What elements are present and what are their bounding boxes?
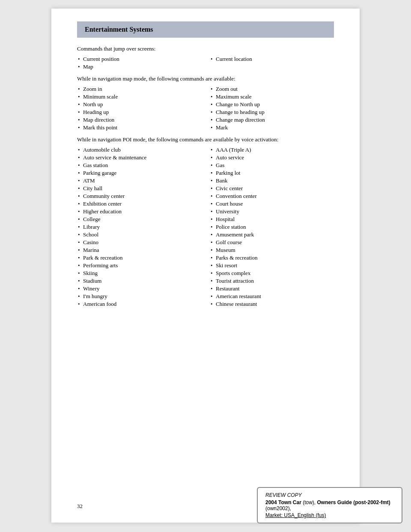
list-item: Auto service & maintenance	[77, 154, 201, 161]
footer-model: 2004 Town Car (tow), Owners Guide (post-…	[265, 499, 394, 511]
jump-col1: Current positionMap	[77, 56, 201, 71]
list-item: Parking garage	[77, 170, 201, 176]
list-item: Auto service	[210, 154, 334, 161]
list-item: University	[210, 208, 334, 215]
list-item: Court house	[210, 200, 334, 207]
list-item: Golf course	[210, 239, 334, 246]
list-item: Community center	[77, 193, 201, 200]
list-item: Sports complex	[210, 270, 334, 277]
list-item: Exhibition center	[77, 200, 201, 207]
list-item: Museum	[210, 247, 334, 254]
page-wrapper: Entertainment Systems Commands that jump…	[51, 9, 360, 523]
list-item: Parking lot	[210, 170, 334, 176]
footer-market: Market: USA_English (fus)	[265, 512, 394, 518]
list-item: Performing arts	[77, 262, 201, 269]
list-item: Change to North up	[210, 101, 334, 108]
list-item: City hall	[77, 185, 201, 192]
nav-map-intro: While in navigation map mode, the follow…	[77, 75, 334, 82]
page-number: 32	[77, 503, 83, 510]
list-item: Restaurant	[210, 285, 334, 292]
list-item: Zoom in	[77, 86, 201, 93]
list-item: Casino	[77, 239, 201, 246]
list-item: Chinese restaurant	[210, 301, 334, 308]
list-item: Library	[77, 224, 201, 230]
footer-review: REVIEW COPY	[265, 492, 394, 498]
footer-box: REVIEW COPY 2004 Town Car (tow), Owners …	[257, 487, 402, 523]
list-item: Minimum scale	[77, 93, 201, 100]
nav-map-list: Zoom inMinimum scaleNorth upHeading upMa…	[77, 86, 334, 132]
list-item: American food	[77, 301, 201, 308]
nav-poi-col1: Automobile clubAuto service & maintenanc…	[77, 146, 201, 308]
list-item: Marina	[77, 247, 201, 254]
list-item: Police station	[210, 224, 334, 230]
list-item: Skiing	[77, 270, 201, 277]
list-item: ATM	[77, 177, 201, 184]
list-item: Maximum scale	[210, 93, 334, 100]
nav-poi-list: Automobile clubAuto service & maintenanc…	[77, 146, 334, 308]
nav-map-col1: Zoom inMinimum scaleNorth upHeading upMa…	[77, 86, 201, 132]
list-item: Amusement park	[210, 231, 334, 238]
list-item: Map	[77, 63, 201, 70]
list-item: Mark this point	[77, 124, 201, 131]
header-banner: Entertainment Systems	[77, 21, 334, 38]
list-item: Park & recreation	[77, 254, 201, 261]
list-item: Heading up	[77, 109, 201, 116]
list-item: School	[77, 231, 201, 238]
jump-col2: Current location	[210, 56, 334, 71]
page-title: Entertainment Systems	[85, 26, 326, 33]
list-item: Gas station	[77, 162, 201, 169]
list-item: Map direction	[77, 117, 201, 123]
list-item: Current location	[210, 56, 334, 63]
list-item: American restaurant	[210, 293, 334, 300]
list-item: Change to heading up	[210, 109, 334, 116]
footer-model-bold: 2004 Town Car	[265, 499, 301, 505]
list-item: Civic center	[210, 185, 334, 192]
footer-own: (own2002),	[265, 505, 291, 511]
list-item: Automobile club	[77, 146, 201, 153]
list-item: Current position	[77, 56, 201, 63]
list-item: Higher education	[77, 208, 201, 215]
list-item: Winery	[77, 285, 201, 292]
jump-commands-list: Current positionMap Current location	[77, 56, 334, 71]
list-item: Mark	[210, 124, 334, 131]
list-item: Bank	[210, 177, 334, 184]
list-item: Parks & recreation	[210, 254, 334, 261]
nav-poi-col2: AAA (Triple A)Auto serviceGasParking lot…	[210, 146, 334, 308]
list-item: Ski resort	[210, 262, 334, 269]
list-item: AAA (Triple A)	[210, 146, 334, 153]
list-item: Tourist attraction	[210, 278, 334, 284]
footer-model-tow: (tow),	[303, 499, 317, 505]
list-item: I'm hungry	[77, 293, 201, 300]
jump-intro: Commands that jump over screens:	[77, 45, 334, 52]
nav-map-col2: Zoom outMaximum scaleChange to North upC…	[210, 86, 334, 132]
list-item: Convention center	[210, 193, 334, 200]
list-item: Change map direction	[210, 117, 334, 123]
list-item: Hospital	[210, 216, 334, 223]
list-item: Stadium	[77, 278, 201, 284]
list-item: College	[77, 216, 201, 223]
nav-poi-intro: While in navigation POI mode, the follow…	[77, 136, 334, 143]
list-item: Gas	[210, 162, 334, 169]
list-item: North up	[77, 101, 201, 108]
footer-guide-bold: Owners Guide (post-2002-fmt)	[317, 499, 390, 505]
list-item: Zoom out	[210, 86, 334, 93]
